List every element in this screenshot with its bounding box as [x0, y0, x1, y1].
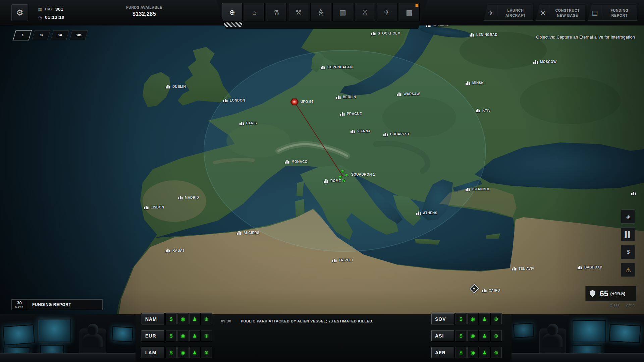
region-relations-icon[interactable]: ♟ — [479, 347, 490, 358]
clock-icon: ◷ — [38, 15, 43, 20]
city-marker: VIENNA — [351, 129, 371, 133]
funds-value: $132,285 — [117, 11, 172, 17]
settings-button[interactable]: ⚙ — [11, 4, 28, 21]
city-label: TEL AVIV — [519, 267, 534, 270]
menu-button-stores[interactable]: ▤ — [399, 3, 420, 21]
city-icon — [371, 31, 376, 35]
menu-button-armory[interactable]: ⚔ — [355, 3, 375, 21]
region-panel-left: NAM $ ◉ ♟ ⊕ EUR $ ◉ ♟ ⊕ — [142, 313, 212, 362]
region-relations-icon[interactable]: ♟ — [189, 330, 200, 341]
region-funding-icon[interactable]: $ — [166, 313, 177, 324]
funds-display: FUNDS AVAILABLE $132,285 — [117, 5, 172, 17]
city-marker: WARSAW — [397, 92, 420, 96]
monitor-screen — [112, 326, 133, 342]
menu-icon: ✈ — [384, 9, 390, 16]
city-marker: BERLIN — [336, 95, 356, 99]
menu-button-engineering[interactable]: ⚒ — [288, 3, 309, 21]
region-status-icon[interactable]: ⊕ — [491, 330, 502, 341]
region-funding-icon[interactable]: $ — [455, 330, 467, 341]
menu-button-containment[interactable]: ▥ — [332, 3, 353, 21]
region-row: LAM $ ◉ ♟ ⊕ — [142, 347, 212, 358]
bottom-strip: 09:30 PUBLIC PARK ATTACKED BY ALIEN VESS… — [0, 314, 644, 362]
region-row: SOV $ ◉ ♟ ⊕ — [431, 313, 502, 324]
menu-button-research[interactable]: ⚗ — [266, 3, 287, 21]
city-marker: ISTANBUL — [466, 187, 490, 191]
city-marker: ROME — [324, 179, 341, 183]
action-icon: ⚒ — [536, 5, 550, 20]
region-row: ASI $ ◉ ♟ ⊕ — [431, 330, 502, 341]
region-funding-icon[interactable]: $ — [166, 330, 177, 341]
time-button-speed-2[interactable]: ›› — [32, 30, 51, 40]
region-surveillance-icon[interactable]: ◉ — [177, 330, 189, 341]
tool-button-finance[interactable]: $ — [621, 245, 635, 259]
base-star-icon: ★ — [472, 286, 476, 291]
region-funding-icon[interactable]: $ — [455, 347, 467, 358]
city-label: PARIS — [246, 121, 257, 125]
region-funding-icon[interactable]: $ — [166, 347, 177, 358]
city-label: COPENHAGEN — [327, 65, 353, 69]
city-label: ATHENS — [423, 211, 437, 215]
monitor-screen — [38, 319, 71, 342]
action-button-launch-aircraft[interactable]: ✈ LAUNCH AIRCRAFT — [484, 5, 533, 21]
menu-button-geoscape[interactable]: ⊕ — [222, 3, 243, 21]
tool-button-munitions[interactable]: ▌▌ — [621, 227, 635, 241]
game-time: 01:13:10 — [45, 15, 64, 20]
tool-button-alerts[interactable]: ⚠ — [621, 263, 635, 277]
action-button-funding-report[interactable]: ▤ FUNDING REPORT — [588, 5, 637, 21]
monitor-screen — [573, 320, 606, 342]
region-surveillance-icon[interactable]: ◉ — [467, 330, 478, 341]
region-icons: $ ◉ ♟ ⊕ — [166, 330, 212, 341]
action-button-construct-new-base[interactable]: ⚒ CONSTRUCT NEW BASE — [536, 5, 585, 21]
geoscape-screen: STOCKHOLM HELSINKI LENINGRAD — [0, 0, 644, 362]
region-surveillance-icon[interactable]: ◉ — [177, 347, 189, 358]
crew-console-left — [0, 314, 136, 362]
main-menu-strip: ⊕ ⌂ ⚗ ⚒ ≫ ▥ ⚔ ✈ ▤ — [216, 0, 428, 29]
menu-button-soldiers[interactable]: ≫ — [310, 3, 331, 21]
region-relations-icon[interactable]: ♟ — [479, 330, 490, 341]
chevron-icon: ››› — [58, 32, 62, 39]
side-tools: ◈ ▌▌ $ ⚠ — [621, 209, 635, 277]
region-status-icon[interactable]: ⊕ — [491, 313, 502, 324]
region-status-icon[interactable]: ⊕ — [201, 330, 212, 341]
city-label: LISBON — [151, 205, 164, 209]
city-icon — [476, 108, 481, 112]
city-marker: PARIS — [239, 121, 257, 125]
tool-button-resources[interactable]: ◈ — [621, 209, 635, 224]
region-row: AFR $ ◉ ♟ ⊕ — [431, 347, 502, 358]
city-icon — [237, 231, 242, 235]
menu-button-hangar[interactable]: ⌂ — [244, 3, 265, 21]
region-relations-icon[interactable]: ♟ — [189, 313, 200, 324]
city-marker: STOCKHOLM — [371, 31, 400, 35]
city-label: STOCKHOLM — [378, 32, 400, 35]
crew-console-right — [512, 314, 644, 362]
region-funding-icon[interactable]: $ — [455, 313, 467, 324]
city-icon — [578, 265, 583, 269]
region-surveillance-icon[interactable]: ◉ — [177, 313, 189, 324]
city-label: BERLIN — [343, 95, 356, 99]
city-label: CAIRO — [489, 289, 500, 292]
date-time-display: ▦ DAY 301 ◷ 01:13:10 — [38, 5, 64, 21]
action-icon: ✈ — [484, 5, 498, 20]
region-status-icon[interactable]: ⊕ — [201, 347, 212, 358]
squadron-label: SQUADRON-1 — [351, 173, 375, 176]
city-marker: MOSCOW — [533, 60, 557, 64]
city-marker: LONDON — [223, 98, 245, 102]
day-value: 301 — [55, 7, 63, 12]
time-button-speed-1[interactable]: › — [13, 30, 32, 40]
city-marker: BAGHDAD — [578, 265, 602, 269]
region-status-icon[interactable]: ⊕ — [491, 347, 502, 358]
region-relations-icon[interactable]: ♟ — [479, 313, 490, 324]
time-controls: › ›› ››› ›››› — [14, 30, 87, 40]
day-label: DAY — [45, 7, 53, 11]
city-icon — [340, 112, 345, 116]
time-button-speed-4[interactable]: ›››› — [69, 30, 88, 40]
region-status-icon[interactable]: ⊕ — [201, 313, 212, 324]
region-relations-icon[interactable]: ♟ — [189, 347, 200, 358]
time-button-speed-3[interactable]: ››› — [51, 30, 69, 40]
city-label: PRAGUE — [347, 112, 362, 116]
region-surveillance-icon[interactable]: ◉ — [467, 347, 478, 358]
city-marker: MADRID — [178, 195, 199, 199]
menu-icon: ⌂ — [252, 9, 257, 16]
region-surveillance-icon[interactable]: ◉ — [467, 313, 478, 324]
menu-button-aircraft[interactable]: ✈ — [377, 3, 397, 21]
